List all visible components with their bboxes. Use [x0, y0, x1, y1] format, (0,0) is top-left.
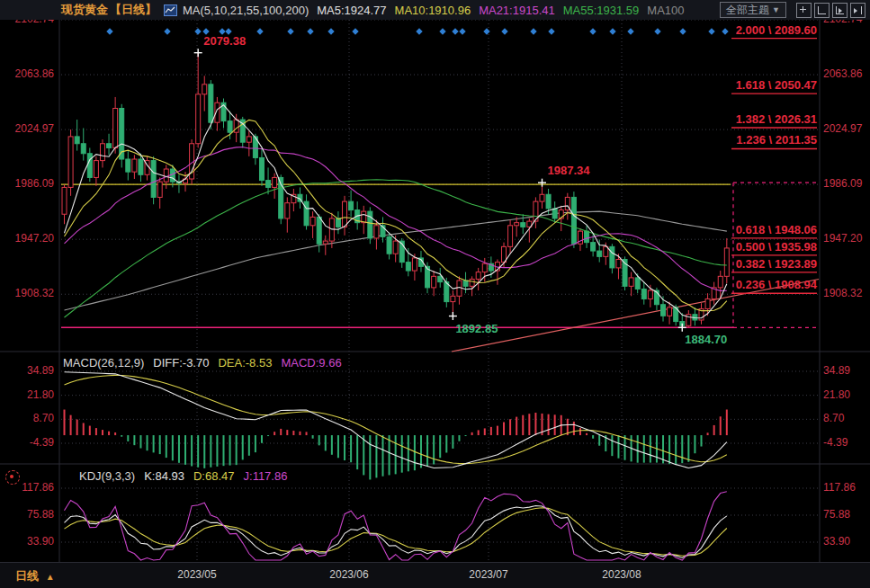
axis-tick-label: 8.70	[0, 412, 54, 424]
axis-tick-label: 34.89	[823, 364, 870, 377]
macd-hist-bar	[726, 410, 728, 436]
axis-tick-label: 21.80	[823, 388, 870, 401]
macd-hist-bar	[318, 435, 320, 445]
macd-hist-bar	[420, 435, 422, 468]
macd-hist-bar	[210, 435, 211, 468]
macd-hist-bar	[133, 435, 135, 445]
macd-hist-bar	[375, 435, 377, 477]
macd-legend-item: DEA:-8.53	[218, 356, 272, 370]
macd-hist-bar	[139, 435, 141, 448]
chart-toolbar	[794, 3, 866, 18]
fib-level-label: 1.236 \ 2011.35	[736, 133, 817, 147]
macd-hist-bar	[458, 435, 460, 441]
macd-hist-bar	[465, 435, 467, 436]
event-marker-icon	[609, 28, 615, 34]
macd-hist-bar	[484, 428, 486, 435]
kdj-params: KDJ(9,3,3)	[79, 469, 135, 483]
kdj-panel-title: KDJ(9,3,3)K:84.93D:68.47J:117.86	[79, 469, 305, 483]
macd-hist-bar	[70, 415, 72, 435]
axis-tick-label: 1947.20	[823, 232, 870, 245]
event-marker-icon	[708, 28, 714, 34]
event-marker-icon	[439, 28, 445, 34]
macd-hist-bar	[643, 435, 645, 463]
macd-hist-bar	[261, 435, 263, 443]
period-selector-label: 日线	[15, 569, 39, 583]
fib-level-label: 1.618 \ 2050.47	[736, 78, 817, 92]
macd-hist-bar	[516, 417, 517, 435]
macd-hist-bar	[369, 435, 371, 479]
fib-level-label: 2.000 \ 2089.60	[736, 23, 817, 37]
macd-hist-bar	[153, 435, 155, 452]
jump-to-end-tool-icon[interactable]	[850, 3, 866, 18]
macd-hist-bar	[617, 435, 619, 459]
macd-hist-bar	[108, 432, 110, 435]
axis-tick-label: 1908.32	[0, 287, 54, 299]
ma-settings-label: MA(5,10,21,55,100,200)	[183, 4, 309, 17]
chart-icon	[164, 4, 177, 16]
event-marker-icon	[530, 28, 536, 34]
period-selector[interactable]: 日线 ▲	[15, 568, 55, 584]
kdj-legend-item: K:84.93	[144, 469, 184, 483]
event-marker-icon	[722, 28, 728, 34]
macd-hist-bar	[579, 428, 581, 435]
event-marker-icon	[548, 28, 554, 34]
macd-hist-bar	[522, 415, 524, 435]
macd-hist-bar	[292, 431, 294, 435]
event-marker-icon	[483, 28, 489, 34]
macd-hist-bar	[331, 435, 333, 455]
macd-legend-item: MACD:9.66	[281, 356, 341, 370]
ma-legend-item: MA55:1931.59	[563, 4, 640, 17]
macd-legend-item: DIFF:-3.70	[153, 356, 209, 370]
event-marker-icon	[589, 28, 596, 34]
date-tick-label: 2023/05	[168, 568, 226, 581]
macd-hist-bar	[426, 435, 428, 466]
macd-panel-title: MACD(26,12,9)DIFF:-3.70DEA:-8.53MACD:9.6…	[63, 356, 360, 370]
date-tick-label: 2023/06	[320, 568, 378, 581]
axis-tick-label: 8.70	[823, 412, 870, 424]
theme-select-button[interactable]: 全部主题 ▼	[720, 2, 786, 18]
bottom-bar: 日线 ▲ 2023/052023/062023/072023/08	[0, 562, 870, 588]
axis-tick-label: 2063.86	[0, 67, 54, 80]
date-tick-label: 2023/07	[460, 568, 517, 581]
play-axes-tool-icon[interactable]	[832, 3, 848, 18]
scale-axes-tool-icon[interactable]	[814, 3, 830, 18]
event-marker-icon	[256, 28, 263, 34]
price-annotation: 2079.38	[203, 34, 246, 48]
indicator-alert-icon[interactable]	[5, 470, 20, 485]
macd-hist-bar	[503, 423, 505, 436]
macd-hist-bar	[159, 435, 161, 454]
crosshair-tool-icon[interactable]	[796, 3, 812, 18]
macd-hist-bar	[203, 435, 205, 468]
macd-hist-bar	[598, 435, 600, 446]
macd-hist-bar	[197, 435, 199, 468]
macd-hist-bar	[299, 432, 300, 435]
event-marker-icon	[287, 28, 293, 34]
macd-hist-bar	[637, 435, 639, 463]
macd-hist-bar	[668, 435, 670, 464]
macd-hist-bar	[573, 422, 575, 435]
axis-tick-label: 2024.97	[823, 122, 870, 135]
macd-hist-bar	[675, 435, 677, 465]
macd-hist-bar	[184, 435, 186, 465]
fib-level-label: 0.236 \ 1908.94	[736, 278, 817, 291]
macd-hist-bar	[178, 435, 180, 463]
macd-hist-bar	[681, 435, 683, 463]
chevron-down-icon: ▼	[772, 4, 780, 17]
event-marker-icon	[452, 28, 458, 34]
macd-hist-bar	[147, 435, 148, 450]
event-marker-icon	[194, 28, 201, 34]
axis-tick-label: -4.39	[0, 436, 54, 449]
macd-hist-bar	[267, 435, 269, 436]
macd-hist-bar	[356, 435, 358, 469]
macd-hist-bar	[624, 435, 626, 460]
macd-hist-bar	[344, 435, 345, 460]
macd-hist-bar	[274, 432, 275, 435]
macd-hist-bar	[713, 425, 715, 435]
fib-level-label: 0.382 \ 1923.89	[736, 257, 817, 271]
kdj-legend-item: D:68.47	[193, 469, 235, 483]
ma-legend: MA5:1924.77MA10:1910.96MA21:1915.41MA55:…	[309, 4, 684, 17]
macd-hist-bar	[83, 423, 85, 435]
macd-hist-bar	[229, 435, 231, 466]
macd-hist-bar	[720, 416, 722, 435]
event-marker-icon	[416, 28, 422, 34]
